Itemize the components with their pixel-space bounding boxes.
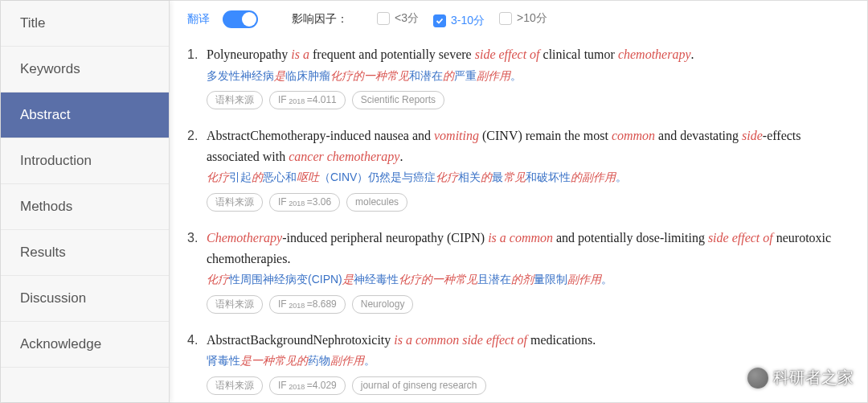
highlight-span: is a common side effect of	[394, 333, 527, 347]
journal-pill[interactable]: molecules	[346, 193, 407, 212]
text-span: and devastating	[655, 129, 742, 142]
text-span: 神经毒性	[354, 273, 399, 286]
sidebar-item-label: Introduction	[20, 153, 92, 168]
highlight-span: 化疗	[207, 171, 229, 183]
highlight-span: 化疗的一种常见	[399, 273, 477, 286]
sidebar-item-label: Results	[20, 245, 66, 260]
highlight-span: 是一种常见的	[240, 354, 308, 367]
result-tags: 语料来源IF 2018 =4.029journal of ginseng res…	[207, 376, 845, 395]
text-span: 性周围神经病变(CIPN)	[229, 273, 342, 286]
filter-option[interactable]: >10分	[499, 11, 547, 26]
text-span: 药物	[308, 354, 330, 367]
sentence-zh: 化疗引起的恶心和呕吐（CINV）仍然是与癌症化疗相关的最常见和破坏性的副作用。	[207, 168, 845, 186]
sidebar-item-methods[interactable]: Methods	[1, 184, 169, 230]
checkbox[interactable]	[433, 14, 446, 27]
impact-factor-pill[interactable]: IF 2018 =4.011	[269, 91, 346, 109]
journal-pill[interactable]: journal of ginseng research	[352, 376, 486, 395]
impact-factor-pill[interactable]: IF 2018 =4.029	[269, 376, 346, 395]
text-span: 和潜在	[409, 69, 443, 82]
sidebar: TitleKeywordsAbstractIntroductionMethods…	[1, 1, 170, 402]
highlight-span: 副作用	[330, 354, 364, 367]
text-span: 严重	[454, 69, 477, 82]
sentence-en: AbstractChemotherapy-induced nausea and …	[207, 125, 845, 167]
text-span: and potentially dose-limiting	[553, 231, 708, 245]
text-span: 。	[601, 273, 612, 286]
text-span: 最	[492, 171, 503, 183]
impact-factor-label: 影响因子：	[292, 12, 348, 27]
text-span: 和破坏性	[526, 171, 571, 183]
text-span: 。	[616, 171, 627, 183]
sidebar-item-acknowledge[interactable]: Acknowledge	[1, 322, 169, 368]
highlight-span: Chemotherapy	[207, 231, 282, 245]
checkbox[interactable]	[499, 12, 512, 25]
toolbar: 翻译 影响因子： <3分3-10分>10分	[187, 10, 845, 28]
highlight-span: 副作用	[567, 273, 601, 286]
filter-option[interactable]: <3分	[377, 11, 419, 26]
highlight-span: side	[742, 129, 763, 142]
sidebar-item-title[interactable]: Title	[1, 1, 169, 47]
source-pill[interactable]: 语料来源	[207, 193, 263, 212]
sentence-en: Polyneuropathy is a frequent and potenti…	[207, 44, 845, 65]
sentence-zh: 化疗性周围神经病变(CIPN)是神经毒性化疗的一种常见且潜在的剂量限制副作用。	[207, 270, 845, 288]
sidebar-item-keywords[interactable]: Keywords	[1, 47, 169, 93]
highlight-span: side effect of	[475, 47, 540, 61]
sentence-en: Chemotherapy-induced peripheral neuropat…	[207, 228, 845, 269]
sentence-en: AbstractBackgroundNephrotoxicity is a co…	[207, 330, 845, 351]
filter-label: 3-10分	[451, 14, 485, 28]
highlight-span: 化疗的一种常见	[330, 69, 409, 82]
text-span: （CINV）仍然是与癌症	[319, 171, 436, 183]
highlight-span: 呕吐	[297, 171, 319, 183]
text-span: 且潜在	[477, 273, 511, 286]
text-span: 引起	[229, 171, 252, 183]
checkbox[interactable]	[377, 12, 390, 25]
filter-option[interactable]: 3-10分	[433, 14, 485, 28]
text-span: AbstractChemotherapy-induced nausea and	[207, 129, 434, 142]
sidebar-item-label: Acknowledge	[20, 336, 101, 352]
sidebar-item-abstract[interactable]: Abstract	[1, 93, 169, 138]
text-span: 。	[364, 354, 375, 367]
text-span: 相关	[458, 171, 481, 183]
sidebar-item-results[interactable]: Results	[1, 230, 169, 276]
source-pill[interactable]: 语料来源	[207, 376, 263, 395]
highlight-span: 化疗	[436, 171, 458, 183]
highlight-span: cancer chemotherapy	[289, 150, 399, 163]
sidebar-item-discussion[interactable]: Discussion	[1, 276, 169, 322]
translate-label: 翻译	[187, 12, 210, 27]
filter-label: <3分	[395, 11, 419, 26]
impact-factor-pill[interactable]: IF 2018 =3.06	[269, 193, 340, 212]
sidebar-item-label: Abstract	[20, 107, 70, 122]
text-span: .	[399, 150, 403, 163]
text-span: clinical tumor	[540, 47, 618, 61]
impact-factor-pill[interactable]: IF 2018 =8.689	[269, 295, 346, 314]
highlight-span: 的	[481, 171, 492, 183]
journal-pill[interactable]: Neurology	[352, 295, 414, 314]
result-item: Chemotherapy-induced peripheral neuropat…	[187, 228, 845, 314]
result-tags: 语料来源IF 2018 =3.06molecules	[207, 193, 845, 212]
result-tags: 语料来源IF 2018 =8.689Neurology	[207, 295, 845, 314]
highlight-span: is a	[291, 47, 309, 61]
filter-label: >10分	[517, 11, 547, 26]
text-span: frequent and potentially severe	[309, 47, 475, 61]
highlight-span: 是	[274, 69, 285, 82]
result-tags: 语料来源IF 2018 =4.011Scientific Reports	[207, 91, 845, 109]
text-span: (CINV) remain the most	[479, 129, 612, 142]
source-pill[interactable]: 语料来源	[207, 91, 263, 109]
sentence-zh: 多发性神经病是临床肿瘤化疗的一种常见和潜在的严重副作用。	[207, 67, 845, 84]
journal-pill[interactable]: Scientific Reports	[352, 91, 444, 109]
highlight-span: 的	[252, 171, 263, 183]
source-pill[interactable]: 语料来源	[207, 295, 263, 314]
sidebar-item-introduction[interactable]: Introduction	[1, 138, 169, 184]
text-span: 多发性神经病	[207, 69, 274, 82]
text-span: 。	[510, 69, 522, 82]
result-item: Polyneuropathy is a frequent and potenti…	[187, 44, 845, 109]
sentence-zh: 肾毒性是一种常见的药物副作用。	[207, 352, 845, 369]
highlight-span: chemotherapy	[618, 47, 691, 61]
sidebar-item-label: Methods	[20, 199, 72, 214]
highlight-span: 副作用	[477, 69, 510, 82]
highlight-span: common	[612, 129, 655, 142]
translate-toggle[interactable]	[223, 10, 258, 28]
text-span: .	[691, 47, 694, 61]
text-span: AbstractBackgroundNephrotoxicity	[207, 333, 394, 347]
text-span: 恶心和	[263, 171, 297, 183]
sidebar-item-label: Title	[20, 15, 46, 31]
